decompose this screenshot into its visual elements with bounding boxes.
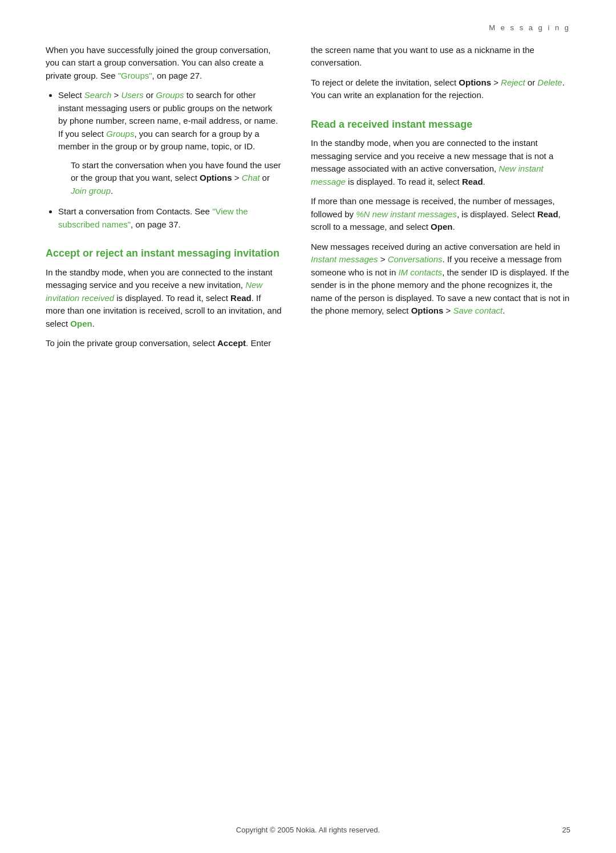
rp2-open: Open xyxy=(431,222,452,231)
page-container: M e s s a g i n g When you have successf… xyxy=(0,0,616,853)
read-received-heading-text: Read a received instant message xyxy=(311,119,472,130)
bullet1-sub: To start the conversation when you have … xyxy=(71,159,282,198)
sub-sep2: or xyxy=(260,173,270,182)
rp3-italic2: Conversations xyxy=(388,254,443,264)
bullet1-search: Search xyxy=(84,90,112,100)
sub-options: Options xyxy=(200,173,232,182)
bullet2-end: . xyxy=(178,220,180,229)
ar-p1-text2: is displayed. To read it, select xyxy=(114,293,230,303)
accept-reject-heading-text: Accept or reject an instant messaging in… xyxy=(46,247,279,259)
bullet-item-2: Start a conversation from Contacts. See … xyxy=(58,205,282,231)
bullet2-text-before: Start a conversation from Contacts. See xyxy=(58,206,212,216)
rp3-text4: . xyxy=(502,306,505,315)
bullet2-text-after: , on page xyxy=(131,220,169,229)
footer-copyright: Copyright © 2005 Nokia. All rights reser… xyxy=(236,825,380,836)
sub-end: . xyxy=(111,186,113,196)
rp1-text2: is displayed. To read it, select xyxy=(346,177,462,186)
right-intro-text: the screen name that you want to use as … xyxy=(311,45,534,68)
read-received-heading: Read a received instant message xyxy=(311,118,570,131)
bullet1-groups: Groups xyxy=(156,90,184,100)
footer-row: Copyright © 2005 Nokia. All rights reser… xyxy=(0,825,616,836)
ar-p2-text: To join the private group conversation, … xyxy=(46,338,217,348)
intro-page: 27 xyxy=(190,71,200,80)
sub-joingroup: Join group xyxy=(71,186,111,196)
rp3-options: Options xyxy=(411,306,444,315)
rej-sep2: or xyxy=(525,78,538,87)
bullet1-sep1: > xyxy=(111,90,121,100)
bullet1-text-before: Select xyxy=(58,90,84,100)
read-para3: New messages received during an active c… xyxy=(311,241,570,318)
header-title: M e s s a g i n g xyxy=(489,23,570,34)
rp3-italic3: IM contacts xyxy=(398,267,442,277)
header-row: M e s s a g i n g xyxy=(0,23,616,34)
sub-chat: Chat xyxy=(242,173,260,182)
ar-p1-text: In the standby mode, when you are connec… xyxy=(46,267,273,290)
bullet1-groups2: Groups xyxy=(106,129,134,139)
page-number: 25 xyxy=(562,825,570,836)
rej-sep: > xyxy=(491,78,501,87)
accept-reject-para2: To join the private group conversation, … xyxy=(46,337,282,350)
rp3-text: New messages received during an active c… xyxy=(311,242,560,251)
ar-p1-read: Read xyxy=(230,293,252,303)
content-area: When you have successfully joined the gr… xyxy=(0,44,616,357)
rej-text: To reject or delete the invitation, sele… xyxy=(311,78,459,87)
bullet-list: Select Search > Users or Groups to searc… xyxy=(58,89,282,231)
rej-delete: Delete xyxy=(537,78,562,87)
bullet2-page: 37 xyxy=(169,220,179,229)
bullet1-sep2: or xyxy=(144,90,156,100)
ar-p2-accept: Accept xyxy=(217,338,246,348)
rp1-text3: . xyxy=(483,177,485,186)
rp3-italic1: Instant messages xyxy=(311,254,378,264)
ar-p2-text2: . Enter xyxy=(246,338,271,348)
rp2-text4: . xyxy=(452,222,455,231)
right-intro-para: the screen name that you want to use as … xyxy=(311,44,570,70)
intro-paragraph: When you have successfully joined the gr… xyxy=(46,44,282,83)
sub-sep: > xyxy=(232,173,242,182)
rp2-read: Read xyxy=(537,209,558,219)
rp3-sep2: > xyxy=(443,306,453,315)
left-column: When you have successfully joined the gr… xyxy=(46,44,305,357)
bullet-item-1: Select Search > Users or Groups to searc… xyxy=(58,89,282,197)
rejection-para: To reject or delete the invitation, sele… xyxy=(311,76,570,102)
ar-p1-text4: . xyxy=(92,319,95,328)
ar-p1-open: Open xyxy=(70,319,92,328)
accept-reject-heading: Accept or reject an instant messaging in… xyxy=(46,247,282,260)
rp2-text2: , is displayed. Select xyxy=(457,209,537,219)
intro-link2: , on page xyxy=(152,71,188,80)
rp3-italic4: Save contact xyxy=(453,306,502,315)
rp2-italic: %N new instant messages xyxy=(356,209,457,219)
rej-reject: Reject xyxy=(501,78,525,87)
accept-reject-para1: In the standby mode, when you are connec… xyxy=(46,266,282,331)
bullet1-users: Users xyxy=(121,90,144,100)
rej-options: Options xyxy=(459,78,491,87)
read-para1: In the standby mode, when you are connec… xyxy=(311,137,570,188)
rp3-sep: > xyxy=(378,254,388,264)
right-column: the screen name that you want to use as … xyxy=(305,44,570,357)
read-para2: If more than one message is received, th… xyxy=(311,195,570,234)
rp1-read: Read xyxy=(462,177,483,186)
intro-end: . xyxy=(200,71,202,80)
groups-link[interactable]: "Groups" xyxy=(118,71,152,80)
